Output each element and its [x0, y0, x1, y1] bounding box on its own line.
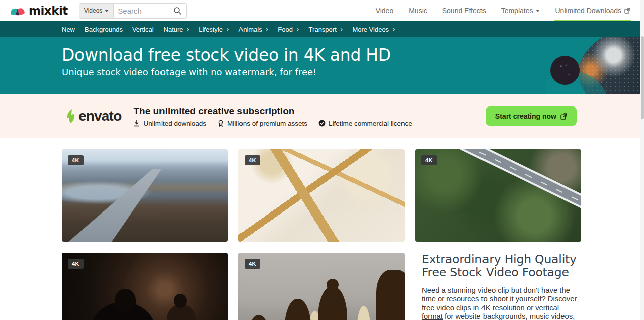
nav-item-unlimited-downloads[interactable]: Unlimited Downloads	[555, 0, 630, 21]
video-thumbnail-art	[318, 287, 347, 320]
video-card-christmas-gifts[interactable]: 4K	[238, 149, 405, 242]
cat-label: Animals	[239, 26, 262, 33]
envato-logo[interactable]: envato	[65, 108, 121, 124]
feature-premium-assets: Millions of premium assets	[217, 120, 307, 127]
nav-item-templates[interactable]: Templates	[501, 0, 540, 21]
search-category-label: Videos	[84, 7, 102, 14]
active-nav-underline	[554, 20, 631, 21]
cat-label: Nature	[164, 26, 183, 33]
cat-label: Transport	[309, 26, 337, 33]
video-grid: 4K 4K 4K 4K 4K	[62, 149, 644, 320]
feature-commercial-licence: Lifetime commercial licence	[318, 120, 412, 127]
category-nav: New Backgrounds Vertical Nature › Lifest…	[0, 21, 644, 37]
hero-title: Download free stock video in 4K and HD	[62, 45, 391, 65]
feature-unlimited-downloads: Unlimited downloads	[133, 120, 206, 127]
start-creating-button[interactable]: Start creating now	[486, 106, 577, 126]
cat-item-new[interactable]: New	[62, 26, 75, 33]
hero-subtitle: Unique stock video footage with no water…	[62, 67, 391, 77]
cat-label: Food	[278, 26, 293, 33]
download-icon	[133, 120, 140, 127]
search-input[interactable]	[114, 7, 172, 15]
resolution-badge: 4K	[68, 155, 84, 165]
chevron-right-icon: ›	[340, 26, 343, 33]
scrollbar-thumb[interactable]	[641, 36, 644, 119]
video-thumbnail-art	[115, 289, 136, 312]
nav-label: Unlimited Downloads	[555, 7, 621, 15]
hero-text: Download free stock video in 4K and HD U…	[62, 45, 391, 77]
video-thumbnail-art	[415, 149, 581, 229]
video-thumbnail-art	[376, 270, 405, 320]
nav-item-music[interactable]: Music	[409, 0, 427, 21]
cat-item-transport[interactable]: Transport ›	[309, 26, 343, 33]
chevron-down-icon	[105, 10, 109, 12]
feature-label: Millions of premium assets	[227, 120, 307, 127]
main-content: 4K 4K 4K 4K 4K	[0, 138, 644, 320]
video-card-forest-bridge[interactable]: 4K	[415, 149, 581, 242]
video-thumbnail-art	[285, 299, 311, 320]
cat-item-backgrounds[interactable]: Backgrounds	[85, 26, 123, 33]
chevron-down-icon	[536, 10, 540, 12]
medal-icon	[217, 120, 224, 127]
mixkit-butterfly-icon	[10, 5, 25, 17]
resolution-badge: 4K	[245, 155, 260, 165]
chevron-right-icon: ›	[296, 26, 299, 33]
envato-wordmark: envato	[78, 108, 121, 124]
check-circle-icon	[318, 120, 326, 127]
resolution-badge: 4K	[421, 155, 437, 165]
external-link-icon	[624, 8, 630, 14]
paragraph-text: for website backgrounds, music videos, p…	[422, 312, 575, 320]
search-button[interactable]	[172, 7, 186, 15]
promo-title: The unlimited creative subscription	[133, 105, 412, 117]
link-4k-clips[interactable]: free video clips in 4K resolution	[422, 304, 525, 312]
nav-item-video[interactable]: Video	[376, 0, 394, 21]
external-link-icon	[560, 113, 567, 120]
road-markings	[415, 149, 581, 224]
hero-banner: Download free stock video in 4K and HD U…	[0, 37, 644, 94]
cat-item-food[interactable]: Food ›	[278, 26, 299, 33]
search-category-dropdown[interactable]: Videos	[79, 4, 114, 18]
nav-label: Templates	[501, 7, 533, 15]
cat-label: New	[62, 26, 75, 33]
seo-text-block: Extraordinary High Quality Free Stock Vi…	[415, 253, 581, 320]
nav-item-sound-effects[interactable]: Sound Effects	[442, 0, 486, 21]
content-heading: Extraordinary High Quality Free Stock Vi…	[422, 253, 581, 279]
paragraph-text: Need a stunning video clip but don't hav…	[422, 286, 577, 303]
cat-item-more-videos[interactable]: More Videos ›	[352, 26, 395, 33]
chevron-right-icon: ›	[392, 26, 395, 33]
promo-content: The unlimited creative subscription Unli…	[133, 105, 412, 127]
video-thumbnail-art	[248, 315, 270, 320]
paragraph-text: or	[525, 304, 535, 312]
cat-item-nature[interactable]: Nature ›	[164, 26, 190, 33]
cat-label: More Videos	[352, 26, 389, 33]
resolution-badge: 4K	[68, 259, 84, 269]
video-card-chess-pieces[interactable]: 4K	[238, 253, 405, 320]
video-card-library-chess[interactable]: 4K	[62, 253, 228, 320]
feature-label: Unlimited downloads	[143, 120, 206, 127]
top-nav: Video Music Sound Effects Templates Unli…	[376, 0, 644, 21]
header: mixkit Videos Video Music	[0, 0, 644, 21]
feature-label: Lifetime commercial licence	[329, 120, 412, 127]
chevron-right-icon: ›	[226, 26, 229, 33]
resolution-badge: 4K	[245, 259, 260, 269]
mixkit-logo[interactable]: mixkit	[10, 4, 68, 17]
video-card-aerial-highway[interactable]: 4K	[62, 149, 228, 242]
cat-label: Backgrounds	[85, 26, 123, 33]
promo-features: Unlimited downloads Millions of premium …	[133, 120, 412, 127]
cat-item-animals[interactable]: Animals ›	[239, 26, 269, 33]
chevron-right-icon: ›	[187, 26, 190, 33]
video-thumbnail-art	[174, 294, 187, 308]
content-paragraph: Need a stunning video clip but don't hav…	[422, 286, 581, 320]
cta-label: Start creating now	[495, 112, 556, 120]
cat-label: Vertical	[132, 26, 154, 33]
cat-item-vertical[interactable]: Vertical	[132, 26, 154, 33]
search-icon	[173, 7, 182, 15]
cat-item-lifestyle[interactable]: Lifestyle ›	[199, 26, 229, 33]
scrollbar-track[interactable]	[640, 0, 644, 320]
search-bar: Videos	[79, 3, 187, 19]
nav-label: Music	[409, 7, 427, 15]
nav-label: Video	[376, 7, 394, 15]
envato-promo-banner: envato The unlimited creative subscripti…	[0, 94, 644, 138]
logo-wordmark: mixkit	[29, 4, 68, 17]
hero-decorative-image	[546, 37, 640, 94]
envato-leaf-icon	[65, 109, 76, 124]
